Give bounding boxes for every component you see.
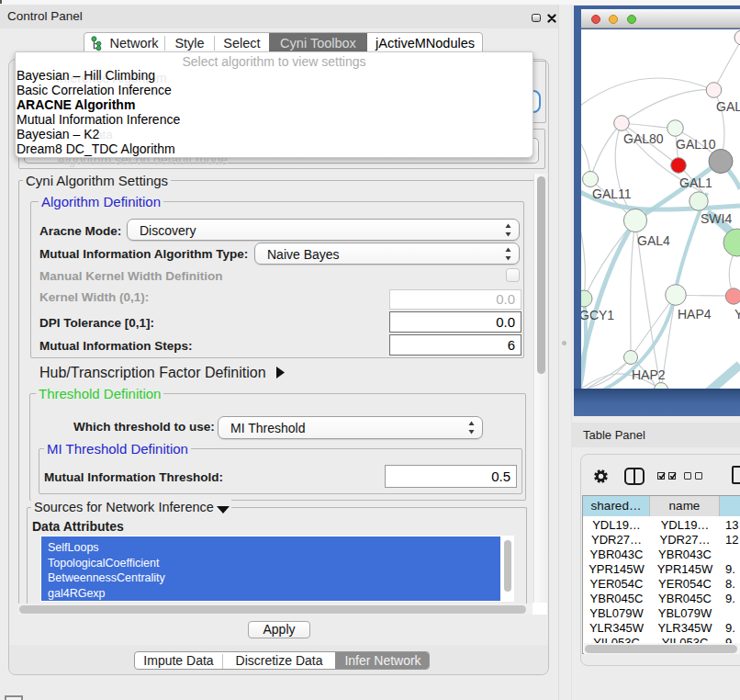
svg-text:GAL11: GAL11: [592, 186, 632, 201]
svg-text:GCY1: GCY1: [581, 308, 614, 322]
svg-text:GAL10: GAL10: [676, 137, 716, 152]
svg-text:GAL80: GAL80: [716, 99, 740, 114]
svg-text:Y: Y: [734, 307, 740, 322]
svg-text:SWI4: SWI4: [701, 211, 732, 226]
svg-text:GAL4: GAL4: [637, 233, 670, 248]
svg-text:HAP4: HAP4: [678, 307, 712, 322]
svg-text:GAL1: GAL1: [679, 175, 712, 190]
svg-text:HAP2: HAP2: [632, 367, 666, 382]
svg-text:GAL80: GAL80: [623, 131, 664, 146]
